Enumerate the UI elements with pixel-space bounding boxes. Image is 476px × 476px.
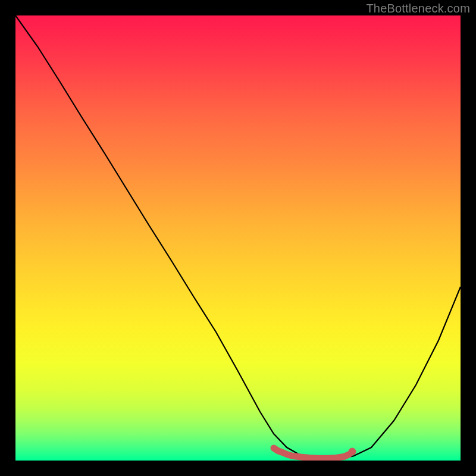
- watermark-text: TheBottleneck.com: [366, 2, 470, 15]
- bottleneck-end-dot: [349, 448, 356, 456]
- bottleneck-marker: [274, 448, 349, 458]
- gradient-plot-area: [15, 15, 461, 461]
- main-curve: [15, 15, 461, 459]
- chart-frame: TheBottleneck.com: [0, 0, 476, 476]
- curve-svg: [15, 15, 461, 461]
